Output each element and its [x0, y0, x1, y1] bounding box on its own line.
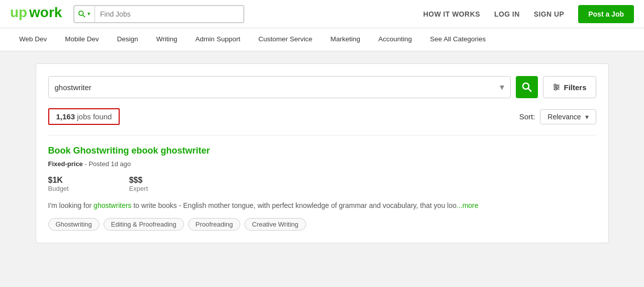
more-link[interactable]: ...more — [456, 201, 479, 209]
sort-row: Sort: Relevance ▾ — [519, 109, 596, 124]
jobs-found-label: jobs found — [77, 112, 112, 121]
search-row: ▾ Filters — [48, 76, 596, 98]
svg-line-3 — [83, 15, 85, 17]
main-search-input[interactable] — [95, 6, 243, 22]
main-search-bar[interactable]: ▾ — [73, 5, 244, 23]
tag-ghostwriting[interactable]: Ghostwriting — [48, 218, 100, 231]
svg-point-4 — [523, 83, 529, 89]
upwork-logo: up work — [10, 4, 65, 20]
category-mobile-dev[interactable]: Mobile Dev — [56, 28, 108, 51]
filters-icon — [553, 83, 561, 91]
search-icon — [522, 82, 532, 92]
category-design[interactable]: Design — [108, 28, 147, 51]
tag-proofreading[interactable]: Proofreading — [188, 218, 240, 231]
filters-label: Filters — [564, 83, 586, 92]
svg-point-10 — [557, 86, 559, 88]
level-value: $$$ — [129, 176, 148, 185]
svg-point-9 — [554, 84, 556, 86]
search-button[interactable] — [516, 76, 538, 98]
category-nav: Web Dev Mobile Dev Design Writing Admin … — [0, 28, 644, 51]
post-job-button[interactable]: Post a Job — [578, 5, 634, 23]
job-title[interactable]: Book Ghostwriting ebook ghostwriter — [48, 146, 596, 156]
results-row: 1,163 jobs found Sort: Relevance ▾ — [48, 108, 596, 125]
main-container: ▾ Filters 1,163 jobs found — [36, 63, 609, 243]
sort-select[interactable]: Relevance ▾ — [540, 109, 596, 124]
jobs-found-box: 1,163 jobs found — [48, 108, 120, 125]
svg-point-2 — [79, 11, 83, 15]
description-link[interactable]: ghostwriters — [94, 201, 131, 209]
budget-label: Budget — [48, 185, 69, 192]
job-search-input[interactable] — [55, 83, 500, 92]
job-posted: - Posted 1d ago — [84, 160, 131, 168]
search-type-chevron: ▾ — [87, 11, 90, 17]
jobs-count: 1,163 — [56, 112, 75, 121]
nav-log-in[interactable]: LOG IN — [494, 10, 520, 18]
category-marketing[interactable]: Marketing — [321, 28, 369, 51]
header: up work ▾ HOW IT WORKS LOG IN SIGN UP Po… — [0, 0, 644, 28]
search-type-button[interactable]: ▾ — [74, 6, 95, 22]
filters-button[interactable]: Filters — [543, 76, 596, 98]
header-nav: HOW IT WORKS LOG IN SIGN UP Post a Job — [252, 5, 634, 23]
description-end: to write books - English mother tongue, … — [132, 201, 456, 209]
sort-value: Relevance — [547, 113, 581, 121]
logo[interactable]: up work — [10, 4, 65, 24]
category-writing[interactable]: Writing — [147, 28, 187, 51]
job-meta: Fixed-price - Posted 1d ago — [48, 160, 596, 168]
job-description: I'm looking for ghostwriters to write bo… — [48, 200, 596, 211]
nav-sign-up[interactable]: SIGN UP — [534, 10, 565, 18]
nav-how-it-works[interactable]: HOW IT WORKS — [423, 10, 480, 18]
category-admin-support[interactable]: Admin Support — [187, 28, 249, 51]
category-web-dev[interactable]: Web Dev — [10, 28, 56, 51]
category-see-all[interactable]: See All Categories — [421, 28, 495, 51]
tag-creative-writing[interactable]: Creative Writing — [244, 218, 306, 231]
category-accounting[interactable]: Accounting — [370, 28, 421, 51]
svg-point-11 — [555, 88, 557, 90]
search-field-wrapper: ▾ — [48, 76, 511, 98]
job-listing: Book Ghostwriting ebook ghostwriter Fixe… — [48, 135, 596, 231]
job-type: Fixed-price — [48, 160, 83, 168]
svg-text:up: up — [10, 5, 27, 20]
level-label: Expert — [129, 185, 148, 192]
search-chevron-icon[interactable]: ▾ — [500, 82, 504, 93]
job-tags: Ghostwriting Editing & Proofreading Proo… — [48, 218, 596, 231]
description-start: I'm looking for — [48, 201, 94, 209]
level-stat: $$$ Expert — [129, 176, 148, 192]
budget-stat: $1K Budget — [48, 176, 69, 192]
tag-editing-proofreading[interactable]: Editing & Proofreading — [104, 218, 184, 231]
budget-value: $1K — [48, 176, 69, 185]
svg-text:work: work — [29, 5, 62, 20]
category-customer-service[interactable]: Customer Service — [249, 28, 321, 51]
job-stats: $1K Budget $$$ Expert — [48, 176, 596, 192]
svg-line-5 — [528, 89, 531, 92]
sort-label: Sort: — [519, 112, 535, 121]
sort-chevron-icon: ▾ — [585, 113, 589, 121]
